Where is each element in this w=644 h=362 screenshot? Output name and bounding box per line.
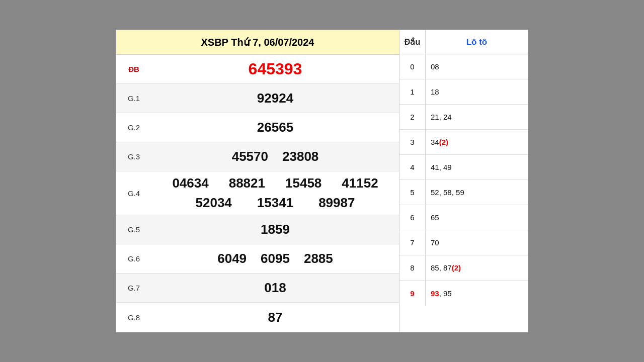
loto-index: 0 (399, 54, 426, 79)
lottery-row-g1: G.192924 (116, 84, 399, 113)
lottery-row-values-g2: 26565 (151, 116, 399, 139)
prize-num: 89987 (313, 195, 360, 211)
lottery-row-values-g6: 604960952885 (151, 247, 399, 270)
loto-numbers: 08 (426, 54, 528, 79)
lottery-row-label-db: ĐB (116, 61, 151, 77)
loto-numbers: 41, 49 (426, 155, 528, 179)
lottery-title: XSBP Thứ 7, 06/07/2024 (116, 30, 399, 55)
lottery-row-label-g8: G.8 (116, 309, 151, 326)
lottery-row-g5: G.51859 (116, 215, 399, 244)
loto-row: 441, 49 (399, 155, 528, 180)
loto-row: 993, 95 (399, 281, 528, 306)
loto-header: Đầu Lô tô (399, 30, 528, 54)
prize-num: 1859 (256, 222, 295, 237)
loto-index: 3 (399, 130, 426, 154)
prize-num: 52034 (191, 195, 237, 211)
loto-numbers: 85, 87(2) (426, 255, 528, 280)
prize-num: 23808 (277, 149, 324, 164)
lottery-row-values-g5: 1859 (151, 218, 399, 241)
prize-num: 26565 (252, 120, 298, 135)
prize-num: 645393 (244, 60, 307, 78)
loto-loto-header: Lô tô (426, 30, 528, 54)
lottery-row-g2: G.226565 (116, 113, 399, 142)
lottery-row-g7: G.7018 (116, 274, 399, 303)
prize-num: 6049 (212, 251, 252, 266)
lottery-row-values-g7: 018 (151, 276, 399, 300)
loto-index: 6 (399, 205, 426, 230)
loto-row: 885, 87(2) (399, 255, 528, 281)
lottery-row-g6: G.6604960952885 (116, 244, 399, 274)
lottery-row-values-g8: 87 (151, 306, 399, 329)
lottery-row-label-g5: G.5 (116, 221, 151, 238)
loto-row: 552, 58, 59 (399, 180, 528, 205)
loto-index: 9 (399, 281, 426, 306)
lottery-row-label-g1: G.1 (116, 90, 151, 107)
loto-row: 118 (399, 79, 528, 105)
lottery-row-g4: G.404634888211545841152520341534189987 (116, 171, 399, 215)
lottery-row-g8: G.887 (116, 303, 399, 332)
prize-num: 88821 (224, 175, 270, 191)
loto-numbers: 70 (426, 230, 528, 255)
loto-index: 5 (399, 180, 426, 205)
prize-num: 41152 (337, 175, 383, 191)
loto-index: 1 (399, 79, 426, 104)
loto-row: 008 (399, 54, 528, 79)
loto-index: 8 (399, 255, 426, 280)
loto-numbers: 34(2) (426, 130, 528, 154)
lottery-row-label-g6: G.6 (116, 250, 151, 267)
prize-num: 018 (259, 280, 291, 296)
lottery-row-label-g3: G.3 (116, 148, 151, 165)
lottery-row-db: ĐB645393 (116, 55, 399, 84)
prize-num: 92924 (252, 90, 298, 106)
loto-row: 665 (399, 205, 528, 230)
prize-num: 15341 (252, 195, 298, 211)
lottery-row-label-g2: G.2 (116, 119, 151, 136)
prize-num: 87 (263, 310, 288, 325)
loto-numbers: 21, 24 (426, 105, 528, 129)
prize-num: 15458 (280, 175, 327, 191)
prize-num: 2885 (299, 251, 338, 266)
loto-numbers: 52, 58, 59 (426, 180, 528, 205)
loto-row: 770 (399, 230, 528, 255)
lottery-table: XSBP Thứ 7, 06/07/2024 ĐB645393G.192924G… (116, 30, 399, 332)
loto-numbers: 18 (426, 79, 528, 104)
prize-num: 04634 (167, 175, 213, 191)
prize-num: 6095 (256, 251, 295, 266)
loto-row: 221, 24 (399, 105, 528, 130)
lottery-row-values-g1: 92924 (151, 86, 399, 110)
loto-numbers: 93, 95 (426, 281, 528, 306)
main-container: XSBP Thứ 7, 06/07/2024 ĐB645393G.192924G… (116, 30, 528, 332)
loto-dau-header: Đầu (399, 30, 426, 54)
lottery-row-label-g4: G.4 (116, 185, 151, 202)
loto-index: 4 (399, 155, 426, 179)
loto-index: 2 (399, 105, 426, 129)
loto-numbers: 65 (426, 205, 528, 230)
lottery-row-values-db: 645393 (151, 56, 399, 82)
loto-index: 7 (399, 230, 426, 255)
lottery-row-g3: G.34557023808 (116, 142, 399, 171)
loto-row: 334(2) (399, 130, 528, 155)
prize-num: 45570 (227, 149, 273, 164)
loto-table: Đầu Lô tô 008118221, 24334(2)441, 49552,… (399, 30, 528, 332)
lottery-row-values-g3: 4557023808 (151, 145, 399, 168)
lottery-row-label-g7: G.7 (116, 280, 151, 296)
lottery-row-values-g4: 04634888211545841152520341534189987 (151, 171, 399, 215)
